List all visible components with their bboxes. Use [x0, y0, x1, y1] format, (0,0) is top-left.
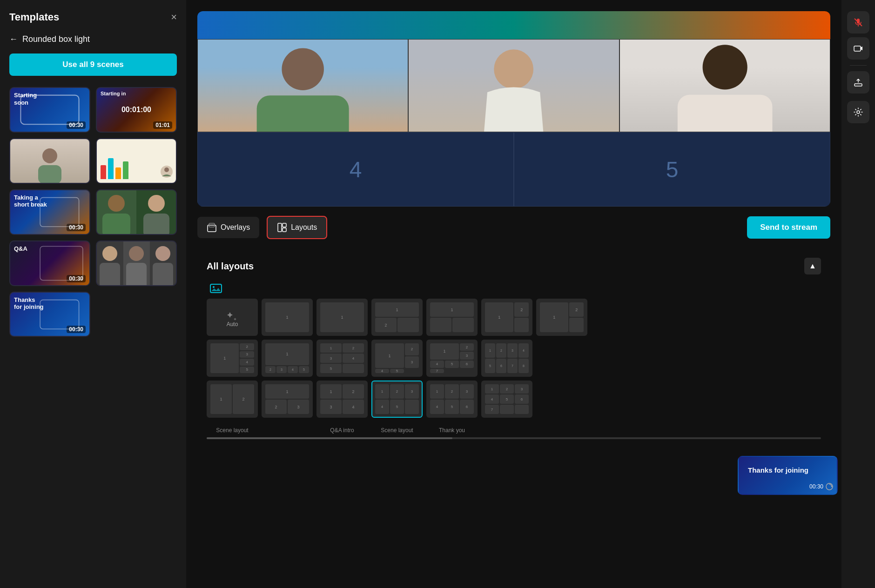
- svg-point-20: [155, 246, 170, 261]
- settings-button[interactable]: [847, 101, 869, 123]
- template-qa[interactable]: Q&A 00:30: [9, 241, 90, 286]
- layout-row-1: Auto 1 1 1 2: [207, 299, 821, 336]
- template-starting-soon[interactable]: Startingsoon 00:30: [9, 87, 90, 133]
- layout-1-2x3[interactable]: 1 2 3 4 5: [371, 340, 423, 377]
- svg-point-10: [148, 195, 165, 212]
- layouts-scroll[interactable]: Auto 1 1 1 2: [207, 299, 821, 439]
- svg-point-14: [102, 246, 117, 261]
- preview-area: 4 5: [197, 11, 830, 207]
- all-layouts-title: All layouts: [207, 261, 254, 272]
- layouts-button[interactable]: Layouts: [267, 216, 327, 239]
- back-row[interactable]: ← Rounded box light: [9, 34, 177, 44]
- template-photo-man[interactable]: [9, 138, 90, 184]
- preview-video-grid: [197, 39, 830, 132]
- layout-1234[interactable]: 1 2 3 4: [316, 381, 368, 418]
- svg-rect-5: [40, 197, 79, 227]
- svg-rect-24: [257, 95, 349, 132]
- layout-1slot[interactable]: 1: [262, 299, 313, 336]
- bottom-label-blank: [262, 427, 313, 434]
- layout-8grid[interactable]: 1 2 3 4 5 6 7 8: [481, 340, 532, 377]
- layouts-panel: All layouts ▲: [197, 248, 830, 588]
- layout-1234567[interactable]: 1 2 3 4 5 6 7: [481, 381, 532, 418]
- bottom-label-thankyou: Thank you: [426, 427, 478, 434]
- layouts-header: All layouts ▲: [207, 258, 821, 274]
- mic-muted-icon: [853, 17, 863, 27]
- camera-button[interactable]: [847, 37, 869, 60]
- controls-bar: Overlays Layouts Send to stream: [197, 207, 830, 248]
- layout-1-2right[interactable]: 1 2: [481, 299, 532, 336]
- template-thanks[interactable]: Thanksfor joining 00:30: [9, 292, 90, 337]
- template-countdown[interactable]: Starting in 00:01:00 01:01: [96, 87, 177, 133]
- upload-button[interactable]: [847, 71, 869, 94]
- layout-1-4bottom[interactable]: 1 2 3 4 5: [262, 340, 313, 377]
- layouts-icon: [277, 222, 287, 233]
- layout-rows-container: Auto 1 1 1 2: [207, 299, 821, 439]
- collapse-layouts-button[interactable]: ▲: [804, 258, 821, 274]
- layout-12345[interactable]: 1 2 3 4 5: [371, 381, 423, 418]
- layout-row-2: 1 2 3 4 5 1 2 3 4 5: [207, 340, 821, 377]
- layout-1-2corner[interactable]: 1 2: [536, 299, 587, 336]
- auto-sparkle-icon: [225, 310, 239, 324]
- overlays-button[interactable]: Overlays: [197, 217, 259, 238]
- svg-rect-41: [855, 84, 862, 86]
- svg-rect-15: [100, 263, 120, 285]
- thank-you-card-label: Thanks for joining: [743, 461, 832, 476]
- thank-you-floating-card[interactable]: Thanks for joining 00:30: [738, 456, 838, 495]
- svg-rect-12: [40, 246, 83, 280]
- layout-main-1[interactable]: 1: [426, 299, 478, 336]
- bottom-label-blank2: [481, 427, 532, 434]
- camera-icon: [853, 43, 863, 53]
- preview-bottom-grid: 4 5: [197, 132, 830, 207]
- layout-1-4side[interactable]: 1 2 3 4 5: [207, 340, 258, 377]
- sidebar-header: Templates ×: [9, 11, 177, 23]
- svg-rect-22: [40, 300, 79, 329]
- settings-icon: [853, 107, 863, 117]
- bottom-label-qa: Q&A intro: [316, 427, 368, 434]
- send-to-stream-button[interactable]: Send to stream: [747, 216, 830, 239]
- mute-microphone-button[interactable]: [847, 11, 869, 33]
- svg-point-23: [282, 48, 324, 90]
- use-all-scenes-button[interactable]: Use all 9 scenes: [9, 53, 177, 76]
- close-button[interactable]: ×: [171, 12, 177, 22]
- svg-point-17: [129, 246, 144, 261]
- layout-123456[interactable]: 1 2 3 4 5 6: [426, 381, 478, 418]
- template-three-people[interactable]: [96, 241, 177, 286]
- layout-complex-5[interactable]: 1 2 3 4 5 6 7: [426, 340, 478, 377]
- preview-cell-1: [197, 39, 408, 132]
- scene-icon: [207, 282, 225, 295]
- template-two-people[interactable]: [96, 189, 177, 235]
- image-icon: [209, 282, 222, 295]
- svg-rect-30: [278, 223, 282, 232]
- svg-rect-11: [143, 214, 169, 234]
- svg-point-4: [164, 167, 169, 172]
- svg-point-25: [494, 49, 534, 89]
- svg-rect-27: [677, 95, 772, 132]
- layout-1slot-v2[interactable]: 1: [316, 299, 368, 336]
- layout-1-2[interactable]: 1 2: [371, 299, 423, 336]
- bottom-label-scene1: Scene layout: [207, 427, 258, 434]
- layout-123v[interactable]: 1 2 3: [262, 381, 313, 418]
- layouts-scrollbar[interactable]: [207, 437, 821, 439]
- layout-auto[interactable]: Auto: [207, 299, 258, 336]
- svg-point-42: [857, 111, 860, 114]
- svg-rect-2: [38, 165, 61, 183]
- svg-point-7: [108, 195, 125, 212]
- layout-2equal[interactable]: 1 2: [207, 381, 258, 418]
- bottom-labels-row: Scene layout Q&A intro Scene layout Than…: [207, 421, 821, 434]
- template-chart[interactable]: [96, 138, 177, 184]
- preview-slot-4: 4: [197, 132, 514, 207]
- template-taking-break[interactable]: Taking ashort break 00:30: [9, 189, 90, 235]
- svg-point-34: [213, 286, 215, 288]
- template-countdown-duration: 01:01: [153, 121, 172, 129]
- svg-rect-32: [283, 228, 286, 232]
- svg-point-1: [42, 148, 57, 163]
- toolbar-divider: [850, 65, 867, 66]
- layout-2x3[interactable]: 1 2 3 4 5: [316, 340, 368, 377]
- preview-slot-5: 5: [514, 132, 830, 207]
- bottom-label-scene2: Scene layout: [371, 427, 423, 434]
- back-label: Rounded box light: [22, 34, 90, 44]
- templates-sidebar: Templates × ← Rounded box light Use all …: [0, 0, 186, 588]
- svg-rect-18: [126, 263, 147, 285]
- svg-rect-33: [210, 284, 222, 293]
- svg-rect-31: [283, 223, 286, 227]
